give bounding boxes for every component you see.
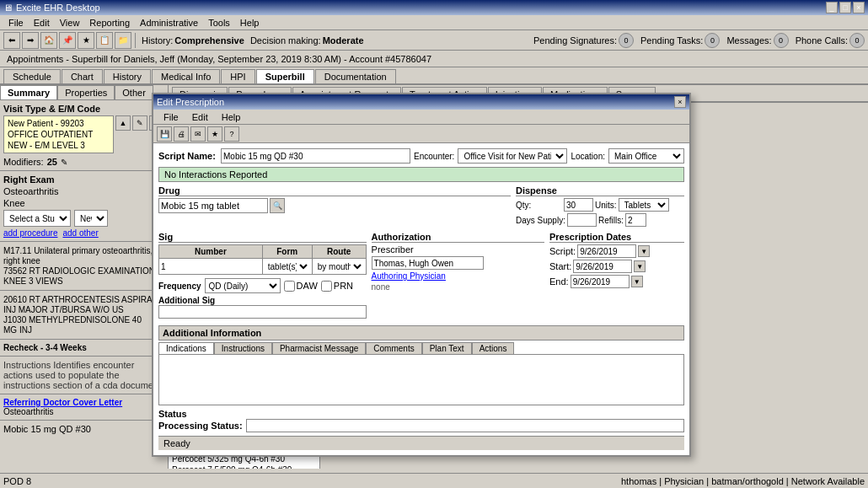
additional-tab-pharmacist[interactable]: Pharmacist Message [272,342,366,354]
tab-history[interactable]: History [104,69,151,83]
toolbar-btn-5[interactable]: ★ [78,32,94,49]
encounter-select[interactable]: Office Visit for New Patient [458,148,567,164]
additional-info-tabs: Indications Instructions Pharmacist Mess… [169,342,684,355]
tab-documentation[interactable]: Documentation [315,69,396,83]
drug-search-icon[interactable]: 🔍 [270,198,285,213]
additional-info-title[interactable]: Additional Information [169,325,684,341]
sidebar-tab-properties[interactable]: Properties [57,85,115,99]
processing-status-input[interactable] [246,419,684,432]
modifiers-edit-icon[interactable]: ✎ [61,158,67,167]
tab-chart[interactable]: Chart [62,69,103,83]
tab-schedule[interactable]: Schedule [3,69,61,83]
additional-info-section: Additional Information Indications Instr… [169,325,684,405]
additional-tab-comments[interactable]: Comments [366,342,421,354]
prn-checkbox[interactable] [321,281,332,292]
refills-input[interactable] [625,213,646,227]
auth-physician-link[interactable]: Authoring Physician [372,271,544,281]
start-date-input[interactable] [573,260,632,273]
menu-help[interactable]: Help [235,17,265,29]
messages-btn[interactable]: 0 [774,33,789,48]
add-other-link[interactable]: add other [63,228,99,238]
referring-doctor-link[interactable]: Referring Doctor Cover Letter [3,398,164,407]
sig-number-input[interactable] [169,260,260,273]
tab-superbill[interactable]: Superbill [256,69,314,83]
add-procedure-link[interactable]: add procedure [3,228,58,238]
visit-type-value[interactable]: New Patient - 99203 OFFICE OUTPATIENT NE… [3,115,114,153]
additional-tab-plan-text[interactable]: Plan Text [422,342,472,354]
end-date-btn[interactable]: ▼ [631,276,643,287]
visit-type-up-btn[interactable]: ▲ [115,115,131,131]
additional-tab-actions[interactable]: Actions [472,342,515,354]
icd-item-2b: KNEE 3 VIEWS [3,276,164,286]
freq-select[interactable]: QD (Daily) [205,278,281,293]
visit-type-edit-btn[interactable]: ✎ [132,115,147,131]
menu-administrative[interactable]: Administrative [135,17,203,29]
menu-tools[interactable]: Tools [203,17,235,29]
modal-close-btn[interactable]: × [674,103,686,108]
minimize-button[interactable]: _ [826,2,838,13]
edit-prescription-modal: Edit Prescription × File Edit Help 💾 🖨 ✉ [169,103,691,457]
pending-tasks-btn[interactable]: 0 [705,33,720,48]
sig-form-select[interactable]: tablet(s) [265,260,310,273]
exam-select[interactable]: Select a Stu [3,210,71,227]
decision-label2: Decision making: [250,35,321,46]
menu-file[interactable]: File [3,17,29,29]
icd-item-2: 73562 RT RADIOLOGIC EXAMINATION [3,266,164,276]
start-date-label: Start: [549,261,571,271]
script-name-input[interactable] [221,148,410,164]
sig-col: Sig Number Form Route tab [169,232,367,322]
auth-col: Authorization Prescriber Authoring Physi… [372,232,544,322]
sidebar-tab-summary[interactable]: Summary [0,85,57,99]
menu-reporting[interactable]: Reporting [84,17,135,29]
modal-menu-file[interactable]: File [169,111,185,123]
additional-tab-instructions[interactable]: Instructions [214,342,272,354]
additional-sig-label: Additional Sig [169,296,215,305]
start-date-row: Start: ▼ [549,260,684,273]
units-select[interactable]: Tablets [619,198,669,212]
script-date-input[interactable] [577,244,636,258]
mobic-rx-section: Mobic 15 mg QD #30 [0,420,168,437]
drug-col: Drug 🔍 [169,185,511,228]
app-title: Excite EHR Desktop [16,3,100,13]
maximize-button[interactable]: □ [839,2,851,13]
menu-view[interactable]: View [55,17,85,29]
additional-tab-indications[interactable]: Indications [169,342,214,354]
daw-checkbox[interactable] [284,281,295,292]
title-bar-left: 🖥 Excite EHR Desktop [3,3,100,13]
drug-name-input[interactable] [169,198,268,213]
exam-item-3: J1030 METHYLPREDNISOLONE 40 [3,315,164,324]
phone-calls-btn[interactable]: 0 [849,33,865,48]
days-supply-input[interactable] [567,213,597,227]
instructions-text: Instructions Identifies encounter action… [3,360,163,390]
tab-hpi[interactable]: HPI [221,69,255,83]
exam-select2[interactable]: New [74,210,108,227]
location-select[interactable]: Main Office [608,148,684,164]
toolbar-btn-4[interactable]: 📌 [59,32,76,49]
prescriber-input[interactable] [372,256,484,270]
toolbar-btn-1[interactable]: ⬅ [3,32,20,49]
pending-signatures-btn[interactable]: 0 [619,33,634,48]
toolbar-btn-6[interactable]: 📋 [96,32,113,49]
modal-toolbar-btn-4[interactable]: ★ [207,126,222,142]
menu-edit[interactable]: Edit [29,17,55,29]
close-button[interactable]: × [853,2,865,13]
toolbar-btn-2[interactable]: ➡ [22,32,39,49]
script-date-btn[interactable]: ▼ [638,245,650,257]
modal-toolbar-btn-2[interactable]: 🖨 [174,126,189,142]
modal-menu-edit[interactable]: Edit [185,111,215,123]
additional-sig-input[interactable] [169,305,367,319]
drug-list-item[interactable]: Percocet 7.5/500 mg Q4-6h #30 [169,464,319,469]
modal-menu-help[interactable]: Help [215,111,248,123]
modal-toolbar-btn-5[interactable]: ? [224,126,239,142]
sidebar-tab-other[interactable]: Other [115,85,153,99]
modal-toolbar-btn-1[interactable]: 💾 [169,126,172,142]
tab-medical-info[interactable]: Medical Info [152,69,220,83]
right-exam-subtitle2: Knee [3,198,164,208]
toolbar-btn-7[interactable]: 📁 [115,32,131,49]
end-date-input[interactable] [571,275,630,288]
start-date-btn[interactable]: ▼ [634,260,646,272]
modal-toolbar-btn-3[interactable]: ✉ [190,126,206,142]
sig-route-select[interactable]: by mouth [314,260,364,273]
qty-input[interactable] [564,198,593,212]
toolbar-btn-3[interactable]: 🏠 [40,32,57,49]
